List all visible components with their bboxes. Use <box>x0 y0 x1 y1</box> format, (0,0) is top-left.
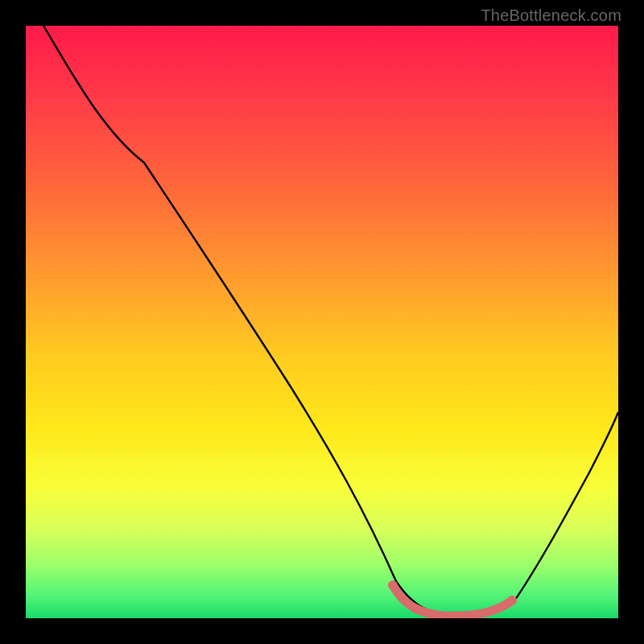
optimal-range-start-dot <box>388 580 398 590</box>
watermark-text: TheBottleneck.com <box>481 6 621 25</box>
bottleneck-curve <box>43 26 618 616</box>
optimal-range-highlight <box>393 585 512 616</box>
plot-area <box>26 26 618 618</box>
chart-frame: TheBottleneck.com <box>0 0 644 644</box>
curve-svg <box>26 26 618 618</box>
optimal-range-end-dot <box>507 596 517 605</box>
